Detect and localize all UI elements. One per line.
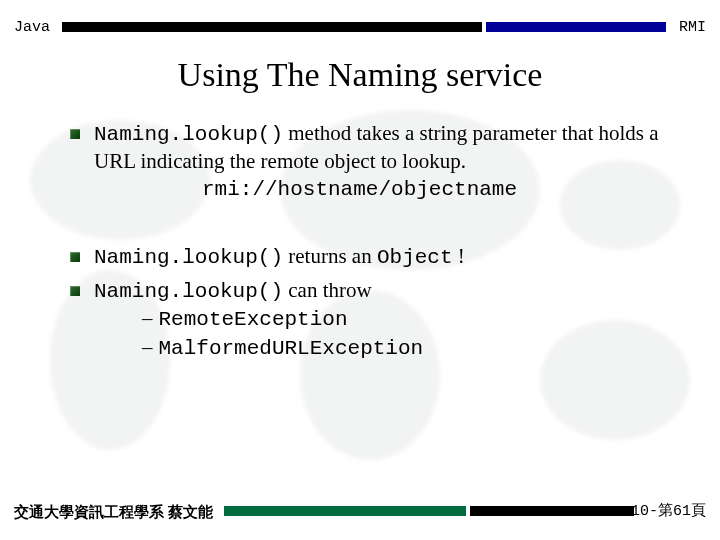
- code-rmi-url: rmi://hostname/objectname: [94, 176, 680, 203]
- code-remote-exception: RemoteException: [159, 308, 348, 331]
- slide-title: Using The Naming service: [0, 56, 720, 94]
- slide-body: Naming.lookup() method takes a string pa…: [70, 120, 680, 368]
- code-malformed-url-exception: MalformedURLException: [159, 337, 424, 360]
- text-p2a: returns an: [283, 244, 377, 268]
- header-right: RMI: [679, 18, 706, 38]
- header-bar-blue: [486, 22, 666, 32]
- dash-1: –: [142, 306, 159, 330]
- bullet-3: Naming.lookup() can throw –RemoteExcepti…: [70, 277, 680, 362]
- header: Java RMI: [14, 18, 706, 38]
- header-left: Java: [14, 18, 50, 38]
- footer-right: 10-第61頁: [631, 502, 706, 522]
- footer: 交通大學資訊工程學系 蔡文能 10-第61頁: [14, 502, 706, 522]
- bullet-1: Naming.lookup() method takes a string pa…: [70, 120, 680, 203]
- header-bar-black: [62, 22, 482, 32]
- sub-exception-1: –RemoteException: [94, 305, 680, 333]
- code-naming-lookup-3: Naming.lookup(): [94, 280, 283, 303]
- text-p3: can throw: [283, 278, 372, 302]
- footer-left: 交通大學資訊工程學系 蔡文能: [14, 502, 213, 522]
- code-naming-lookup-2: Naming.lookup(): [94, 246, 283, 269]
- footer-bar-black: [470, 506, 634, 516]
- text-p2b: !: [453, 244, 465, 268]
- code-naming-lookup-1: Naming.lookup(): [94, 123, 283, 146]
- slide: Java RMI Using The Naming service Naming…: [0, 0, 720, 540]
- sub-exception-2: –MalformedURLException: [94, 334, 680, 362]
- bullet-2: Naming.lookup() returns an Object !: [70, 243, 680, 271]
- footer-bar-green: [224, 506, 466, 516]
- dash-2: –: [142, 335, 159, 359]
- code-object: Object: [377, 246, 453, 269]
